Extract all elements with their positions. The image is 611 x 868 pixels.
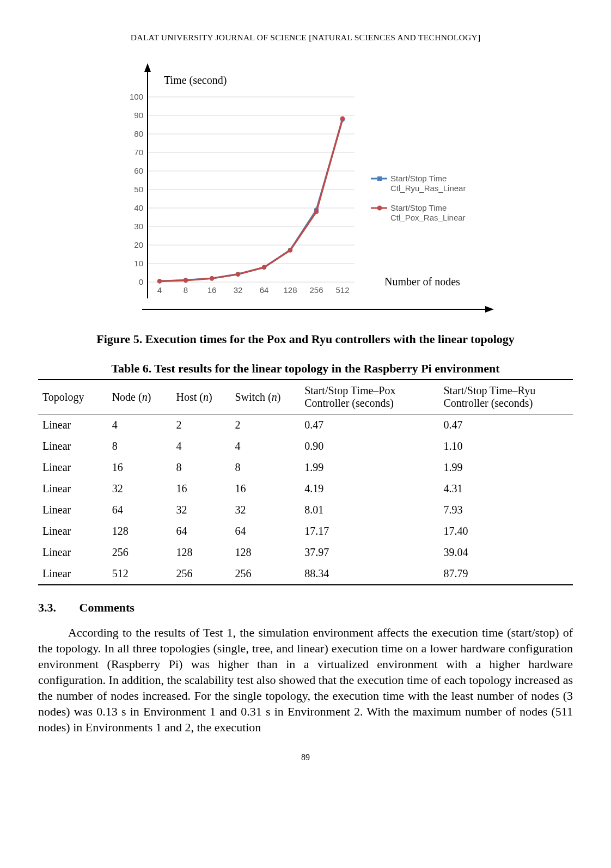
table-cell: Linear: [38, 542, 108, 563]
svg-text:100: 100: [130, 92, 143, 101]
table-header: Host (n): [172, 380, 230, 414]
svg-text:90: 90: [134, 111, 143, 120]
table-row: Linear16881.991.99: [38, 457, 573, 478]
table-row: Linear4220.470.47: [38, 414, 573, 436]
table-cell: 128: [172, 542, 230, 563]
svg-marker-23: [144, 63, 151, 72]
table-header: Node (n): [108, 380, 172, 414]
table-cell: 32: [108, 478, 172, 499]
table-cell: 4.19: [300, 478, 439, 499]
svg-text:70: 70: [134, 148, 143, 157]
table-row: Linear6432328.017.93: [38, 499, 573, 521]
table-cell: 8: [231, 457, 301, 478]
table-header: Switch (n): [231, 380, 301, 414]
table-cell: Linear: [38, 499, 108, 521]
table-cell: 39.04: [439, 542, 573, 563]
table-cell: 4: [231, 436, 301, 457]
table-cell: 64: [172, 521, 230, 542]
table-cell: 1.99: [300, 457, 439, 478]
svg-text:512: 512: [335, 285, 349, 295]
table-cell: 4: [172, 436, 230, 457]
svg-text:20: 20: [134, 240, 143, 249]
table-cell: 2: [172, 414, 230, 436]
table-cell: 8: [108, 436, 172, 457]
table-cell: 1.99: [439, 457, 573, 478]
svg-rect-53: [377, 176, 382, 181]
figure-5-chart: 010203040506070809010048163264128256512T…: [99, 59, 512, 322]
running-header: DALAT UNIVERSITY JOURNAL OF SCIENCE [NAT…: [38, 33, 573, 42]
table-caption: Table 6. Test results for the linear top…: [38, 362, 573, 376]
table-cell: 32: [231, 499, 301, 521]
table-cell: 17.17: [300, 521, 439, 542]
body-paragraph: According to the results of Test 1, the …: [38, 625, 573, 735]
table-cell: 1.10: [439, 436, 573, 457]
svg-point-45: [236, 272, 240, 277]
svg-text:128: 128: [283, 285, 297, 295]
table-cell: Linear: [38, 478, 108, 499]
table-cell: Linear: [38, 521, 108, 542]
table-cell: Linear: [38, 563, 108, 585]
table-cell: 0.47: [300, 414, 439, 436]
figure-caption: Figure 5. Execution times for the Pox an…: [38, 332, 573, 346]
svg-text:Start/Stop Time: Start/Stop Time: [390, 203, 447, 212]
table-row: Linear3216164.194.31: [38, 478, 573, 499]
table-row: Linear25612812837.9739.04: [38, 542, 573, 563]
svg-text:10: 10: [134, 259, 143, 268]
svg-point-42: [157, 279, 162, 283]
table-cell: 256: [172, 563, 230, 585]
table-cell: 512: [108, 563, 172, 585]
table-row: Linear51225625688.3487.79: [38, 563, 573, 585]
page-number: 89: [38, 753, 573, 762]
svg-point-43: [184, 278, 188, 283]
svg-text:50: 50: [134, 185, 143, 194]
svg-point-49: [340, 116, 345, 120]
table-header: Topology: [38, 380, 108, 414]
table-header: Start/Stop Time–Pox Controller (seconds): [300, 380, 439, 414]
svg-point-48: [314, 210, 319, 214]
svg-text:16: 16: [207, 285, 217, 295]
table-cell: Linear: [38, 414, 108, 436]
svg-text:80: 80: [134, 129, 143, 138]
table-cell: 128: [231, 542, 301, 563]
table-cell: 256: [231, 563, 301, 585]
table-cell: 16: [172, 478, 230, 499]
svg-point-47: [288, 248, 292, 252]
table-cell: 37.97: [300, 542, 439, 563]
svg-text:4: 4: [157, 285, 162, 295]
table-cell: 0.90: [300, 436, 439, 457]
table-cell: 32: [172, 499, 230, 521]
table-cell: 87.79: [439, 563, 573, 585]
svg-text:30: 30: [134, 222, 143, 231]
table-cell: 17.40: [439, 521, 573, 542]
table-cell: 2: [231, 414, 301, 436]
table-cell: 0.47: [439, 414, 573, 436]
table-cell: Linear: [38, 457, 108, 478]
section-heading: 3.3. Comments: [38, 601, 573, 615]
table-cell: 64: [108, 499, 172, 521]
svg-text:8: 8: [184, 285, 188, 295]
svg-text:256: 256: [309, 285, 323, 295]
table-cell: 16: [231, 478, 301, 499]
table-cell: Linear: [38, 436, 108, 457]
table-cell: 88.34: [300, 563, 439, 585]
svg-point-57: [377, 206, 382, 211]
table-header: Start/Stop Time–Ryu Controller (seconds): [439, 380, 573, 414]
table-cell: 64: [231, 521, 301, 542]
table-row: Linear128646417.1717.40: [38, 521, 573, 542]
svg-point-46: [262, 265, 266, 270]
table-cell: 256: [108, 542, 172, 563]
table-cell: 7.93: [439, 499, 573, 521]
svg-text:64: 64: [260, 285, 269, 295]
svg-text:Start/Stop Time: Start/Stop Time: [390, 174, 447, 183]
table-row: Linear8440.901.10: [38, 436, 573, 457]
table-cell: 4.31: [439, 478, 573, 499]
svg-text:Time (second): Time (second): [164, 74, 227, 87]
table-cell: 8.01: [300, 499, 439, 521]
section-number: 3.3.: [38, 601, 76, 615]
svg-text:60: 60: [134, 166, 143, 175]
svg-text:40: 40: [134, 203, 143, 212]
table-cell: 4: [108, 414, 172, 436]
table-cell: 16: [108, 457, 172, 478]
svg-point-44: [210, 276, 214, 280]
table-cell: 128: [108, 521, 172, 542]
